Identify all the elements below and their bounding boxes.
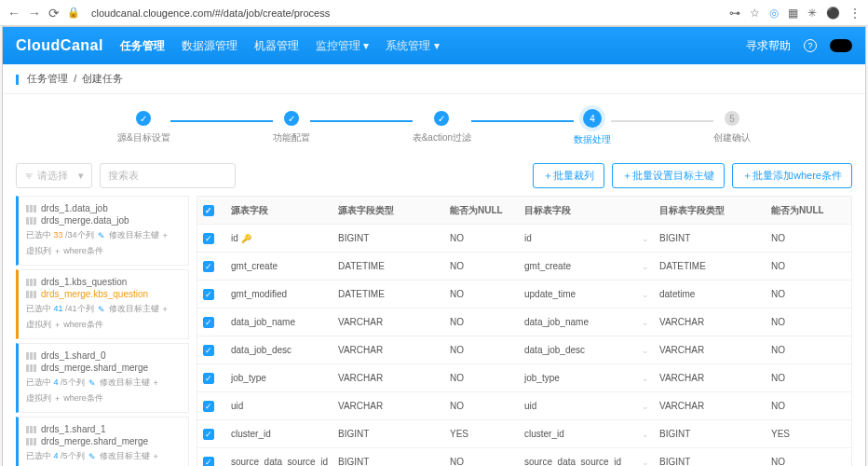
avatar[interactable] (830, 39, 852, 52)
table-row: ✓ source_data_source_id BIGINT NO source… (197, 448, 851, 466)
virtual-col[interactable]: 虚拟列 (26, 392, 51, 404)
table-card[interactable]: drds_1.data_job drds_merge.data_job 已选中 … (16, 196, 189, 266)
help-icon[interactable]: ? (804, 39, 817, 52)
chevron-down-icon[interactable]: ⌄ (631, 458, 659, 467)
bulk-pk-button[interactable]: ＋批量设置目标主键 (612, 163, 725, 188)
tgt-field[interactable]: source_data_source_id (524, 457, 631, 466)
back-icon[interactable]: ← (7, 6, 20, 21)
url-text[interactable]: cloudcanal.clougence.com/#/data/job/crea… (88, 7, 722, 19)
chevron-down-icon[interactable]: ⌄ (631, 374, 659, 383)
crumb-root[interactable]: 任务管理 (27, 73, 68, 84)
edit-pk[interactable]: 修改目标主键 (109, 303, 159, 315)
search-input[interactable]: 搜索表 (100, 163, 236, 188)
chevron-down-icon[interactable]: ⌄ (631, 234, 659, 243)
ext3-icon[interactable]: ✳ (807, 7, 817, 20)
checkbox-all[interactable]: ✓ (203, 205, 214, 216)
tgt-field[interactable]: gmt_create (524, 261, 631, 271)
row-checkbox[interactable]: ✓ (203, 457, 214, 467)
edit-pk[interactable]: 修改目标主键 (109, 229, 159, 241)
logo[interactable]: CloudCanal (16, 37, 103, 54)
tgt-type: datetime (659, 289, 771, 299)
src-null: NO (450, 373, 524, 383)
tgt-type: VARCHAR (659, 317, 771, 327)
table-card[interactable]: drds_1.kbs_question drds_merge.kbs_quest… (16, 269, 189, 339)
tgt-type: BIGINT (659, 457, 771, 466)
key-icon[interactable]: ⊶ (729, 7, 740, 20)
row-checkbox[interactable]: ✓ (203, 289, 214, 300)
profile-icon[interactable]: ⚫ (826, 7, 840, 20)
forward-icon[interactable]: → (28, 6, 41, 21)
nav-system[interactable]: 系统管理 ▾ (386, 38, 439, 54)
bulk-where-button[interactable]: ＋批量添加where条件 (732, 163, 852, 188)
edit-icon[interactable]: ✎ (88, 452, 96, 461)
table-card[interactable]: drds_1.shard_1 drds_merge.shard_merge 已选… (16, 417, 189, 466)
src-field: data_job_desc (231, 345, 338, 355)
chevron-down-icon[interactable]: ⌄ (631, 346, 659, 355)
edit-icon[interactable]: ✎ (88, 378, 96, 388)
bulk-trim-button[interactable]: ＋批量裁列 (533, 163, 604, 188)
chevron-down-icon[interactable]: ⌄ (631, 430, 659, 439)
nav-monitor[interactable]: 监控管理 ▾ (316, 38, 369, 54)
ext2-icon[interactable]: ▦ (788, 7, 798, 20)
src-field: source_data_source_id (231, 457, 338, 466)
src-null: NO (450, 317, 524, 327)
row-checkbox[interactable]: ✓ (203, 429, 214, 440)
table-row: ✓ job_type VARCHAR NO job_type ⌄ VARCHAR… (197, 364, 851, 392)
target-table: drds_merge.shard_merge (41, 363, 148, 373)
edit-pk[interactable]: 修改目标主键 (100, 377, 150, 389)
target-table: drds_merge.data_job (41, 215, 129, 226)
tgt-field[interactable]: uid (524, 401, 631, 411)
tgt-field[interactable]: id (524, 233, 631, 243)
row-checkbox[interactable]: ✓ (203, 233, 214, 244)
row-checkbox[interactable]: ✓ (203, 401, 214, 412)
tgt-field[interactable]: cluster_id (524, 429, 631, 439)
src-type: VARCHAR (338, 373, 450, 383)
chevron-down-icon[interactable]: ⌄ (631, 402, 659, 411)
chevron-down-icon[interactable]: ⌄ (631, 290, 659, 299)
src-field: id🔑 (231, 233, 338, 243)
crumb-leaf: 创建任务 (82, 73, 123, 84)
edit-icon[interactable]: ✎ (98, 231, 105, 240)
tgt-null: NO (771, 373, 846, 383)
ext1-icon[interactable]: ◎ (769, 7, 779, 20)
row-checkbox[interactable]: ✓ (203, 345, 214, 356)
virtual-col[interactable]: 虚拟列 (26, 245, 51, 257)
edit-pk[interactable]: 修改目标主键 (100, 450, 150, 462)
tgt-field[interactable]: data_job_desc (524, 345, 631, 355)
step-bar: ✓源&目标设置 ✓功能配置 ✓表&action过滤 4数据处理 5创建确认 (3, 94, 865, 156)
toolbar: 请选择▾ 搜索表 ＋批量裁列 ＋批量设置目标主键 ＋批量添加where条件 (3, 156, 865, 196)
src-null: NO (450, 261, 524, 271)
virtual-col[interactable]: 虚拟列 (26, 319, 51, 331)
row-checkbox[interactable]: ✓ (203, 317, 214, 328)
chevron-down-icon[interactable]: ⌄ (631, 318, 659, 327)
browser-chrome-bar: ← → ⟳ 🔒 cloudcanal.clougence.com/#/data/… (0, 0, 868, 26)
where-cond[interactable]: where条件 (63, 392, 103, 404)
where-cond[interactable]: where条件 (63, 245, 103, 257)
star-icon[interactable]: ☆ (750, 7, 760, 20)
table-row: ✓ data_job_desc VARCHAR NO data_job_desc… (197, 336, 851, 364)
src-null: NO (450, 233, 524, 243)
table-icon (26, 426, 36, 433)
breadcrumb: 任务管理 / 创建任务 (3, 64, 865, 94)
reload-icon[interactable]: ⟳ (48, 6, 60, 21)
table-card[interactable]: drds_1.shard_0 drds_merge.shard_merge 已选… (16, 343, 189, 413)
nav-task[interactable]: 任务管理 (120, 38, 165, 54)
tgt-field[interactable]: data_job_name (524, 317, 631, 327)
nav-machine[interactable]: 机器管理 (254, 38, 299, 54)
select-dropdown[interactable]: 请选择▾ (16, 163, 92, 188)
tgt-type: DATETIME (659, 261, 771, 271)
tgt-field[interactable]: update_time (524, 289, 631, 299)
browser-right-icons: ⊶ ☆ ◎ ▦ ✳ ⚫ ⋮ (729, 7, 861, 20)
where-cond[interactable]: where条件 (63, 319, 103, 331)
row-checkbox[interactable]: ✓ (203, 373, 214, 384)
table-icon (26, 291, 36, 298)
menu-icon[interactable]: ⋮ (849, 7, 861, 20)
tgt-field[interactable]: job_type (524, 373, 631, 383)
row-checkbox[interactable]: ✓ (203, 261, 214, 272)
table-icon (26, 279, 36, 286)
source-table: drds_1.shard_0 (41, 350, 106, 361)
nav-datasource[interactable]: 数据源管理 (182, 38, 237, 54)
help-link[interactable]: 寻求帮助 (746, 38, 791, 54)
edit-icon[interactable]: ✎ (98, 305, 105, 314)
chevron-down-icon[interactable]: ⌄ (631, 262, 659, 271)
